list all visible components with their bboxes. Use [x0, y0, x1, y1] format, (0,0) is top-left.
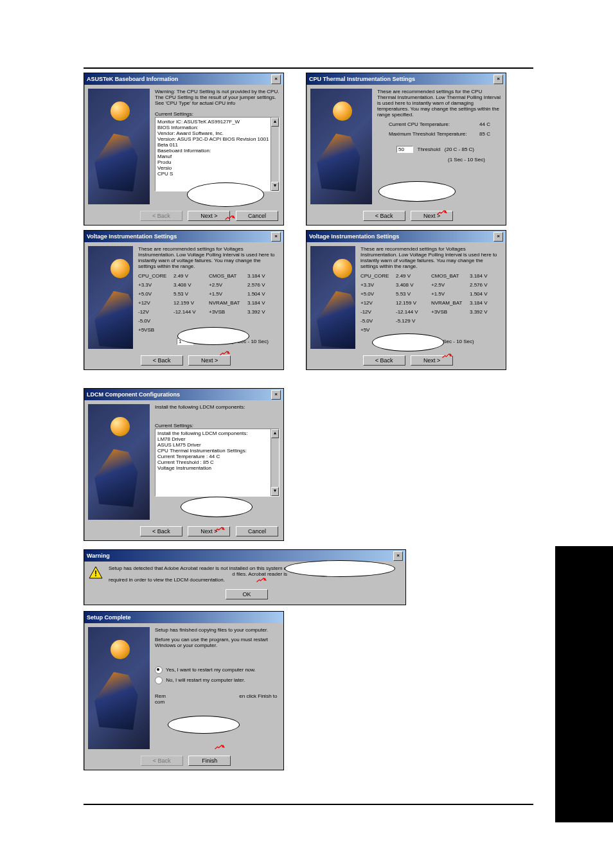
- titlebar[interactable]: ASUSTeK Baseboard Information ×: [84, 73, 283, 85]
- info-line: CPU S: [157, 171, 277, 177]
- cell: +3VSB: [209, 309, 247, 315]
- poll-range: (1 Sec - 10 Sec): [448, 157, 485, 163]
- cell: 3.408 V: [173, 282, 209, 288]
- cell: CMOS_BAT: [431, 273, 470, 279]
- titlebar[interactable]: LDCM Component Configurations ×: [84, 389, 283, 400]
- threshold-input[interactable]: 50: [396, 146, 413, 153]
- scrollbar[interactable]: ▲▼: [271, 429, 279, 496]
- redaction-oval: [372, 333, 444, 351]
- list-line: LM78 Driver: [157, 436, 277, 442]
- redaction-oval: [177, 327, 249, 345]
- list-line: CPU Thermal Instrumentation Settings:: [157, 448, 277, 454]
- titlebar[interactable]: Warning ×: [84, 550, 405, 562]
- info-line: Vendor: Award Software, Inc.: [157, 130, 277, 136]
- cell: +12V: [360, 300, 396, 306]
- close-icon[interactable]: ×: [271, 232, 281, 242]
- cancel-button[interactable]: Cancel: [236, 526, 278, 536]
- wizard-image: [310, 89, 372, 204]
- title-text: CPU Thermal Instrumentation Settings: [309, 76, 415, 82]
- cell: 5.53 V: [173, 291, 209, 297]
- close-icon[interactable]: ×: [271, 390, 281, 400]
- dlg-voltage-1: Voltage Instrumentation Settings × These…: [84, 230, 284, 370]
- wizard-image: [88, 627, 150, 749]
- warning-icon: !: [88, 565, 103, 581]
- titlebar[interactable]: CPU Thermal Instrumentation Settings ×: [306, 73, 506, 85]
- info-line: Manuf: [157, 154, 277, 159]
- cell: 1.504 V: [247, 291, 280, 297]
- intro-text: Install the following LDCM components:: [155, 404, 280, 410]
- intro-text: These are recommended settings for the C…: [377, 89, 502, 118]
- title-text: Warning: [87, 553, 110, 559]
- cell: -5.129 V: [396, 318, 431, 324]
- cell: +5V: [360, 327, 396, 333]
- component-listbox[interactable]: Install the following LDCM components: L…: [155, 429, 280, 497]
- ok-button[interactable]: OK: [226, 589, 268, 599]
- info-listbox[interactable]: Monitor IC: ASUSTeK AS99127F_W BIOS Info…: [155, 117, 280, 191]
- info-line: Produ: [157, 159, 277, 165]
- cell: 12.159 V: [173, 300, 209, 306]
- titlebar[interactable]: Voltage Instrumentation Settings ×: [84, 231, 283, 242]
- pointer-hand-icon: [435, 207, 449, 220]
- cell: 3.392 V: [247, 309, 280, 315]
- cell: 3.184 V: [247, 273, 280, 279]
- cell: 1.504 V: [470, 291, 502, 297]
- max-thr-value: 85 C: [479, 131, 490, 137]
- wizard-image: [88, 89, 150, 204]
- back-button[interactable]: < Back: [140, 526, 182, 536]
- title-text: Voltage Instrumentation Settings: [309, 233, 399, 240]
- close-icon[interactable]: ×: [271, 75, 281, 84]
- redaction-oval: [181, 497, 253, 517]
- voltage-table: CPU_CORE2.49 VCMOS_BAT3.184 V +3.3V3.408…: [360, 273, 502, 333]
- cell: +2.5V: [209, 282, 247, 288]
- cell: NVRAM_BAT: [209, 300, 247, 306]
- back-button[interactable]: < Back: [141, 355, 183, 366]
- cell: +5.0V: [360, 291, 396, 297]
- scrollbar[interactable]: ▲▼: [271, 118, 279, 191]
- opt2-label: No, I will restart my computer later.: [166, 677, 245, 683]
- cell: 3.392 V: [470, 309, 502, 315]
- cell: 3.408 V: [396, 282, 431, 288]
- info-line: BIOS Information:: [157, 125, 277, 130]
- close-icon[interactable]: ×: [493, 232, 503, 242]
- wizard-image: [88, 404, 150, 520]
- opt1-label: Yes, I want to restart my computer now.: [166, 667, 256, 673]
- back-button[interactable]: < Back: [363, 355, 405, 366]
- pointer-hand-icon: [218, 348, 232, 360]
- line1: Setup has finished copying files to your…: [155, 627, 280, 633]
- svg-text:!: !: [94, 569, 97, 578]
- back-button[interactable]: < Back: [363, 211, 405, 221]
- max-thr-label: Maximum Threshold Temperature:: [389, 131, 467, 137]
- close-icon[interactable]: ×: [493, 75, 503, 84]
- wizard-image: [310, 246, 355, 349]
- cell: 3.184 V: [470, 300, 502, 306]
- cell: +2.5V: [431, 282, 470, 288]
- dlg-ldcm-components: LDCM Component Configurations × Install …: [84, 388, 284, 541]
- bottom-rule: [84, 804, 533, 805]
- cell: 2.576 V: [470, 282, 502, 288]
- cell: 12.159 V: [396, 300, 431, 306]
- cell: +3VSB: [431, 309, 470, 315]
- redaction-oval: [187, 182, 264, 207]
- radio-restart-later[interactable]: [155, 677, 163, 684]
- finish-button[interactable]: Finish: [188, 756, 231, 766]
- cell: -5.0V: [138, 318, 173, 324]
- cell: -12.144 V: [173, 309, 209, 315]
- titlebar[interactable]: Voltage Instrumentation Settings ×: [306, 231, 506, 242]
- cell: -12V: [138, 309, 173, 315]
- cancel-button[interactable]: Cancel: [236, 211, 278, 221]
- pointer-hand-icon: [223, 212, 237, 225]
- l3b: en click Finish to: [239, 693, 277, 699]
- close-icon[interactable]: ×: [393, 551, 403, 561]
- redaction-oval: [168, 716, 240, 734]
- cell: 2.576 V: [247, 282, 280, 288]
- title-text: LDCM Component Configurations: [87, 391, 180, 398]
- cell: +3.3V: [138, 282, 173, 288]
- threshold-range: (20 C - 85 C): [445, 146, 474, 152]
- pointer-hand-icon: [440, 350, 454, 363]
- pointer-hand-icon: [213, 741, 227, 754]
- cur-temp-label: Current CPU Temperature:: [389, 121, 450, 127]
- titlebar[interactable]: Setup Complete: [84, 612, 283, 623]
- title-text: Voltage Instrumentation Settings: [87, 233, 177, 240]
- radio-restart-now[interactable]: [155, 666, 163, 674]
- voltage-table: CPU_CORE2.49 VCMOS_BAT3.184 V +3.3V3.408…: [138, 273, 280, 333]
